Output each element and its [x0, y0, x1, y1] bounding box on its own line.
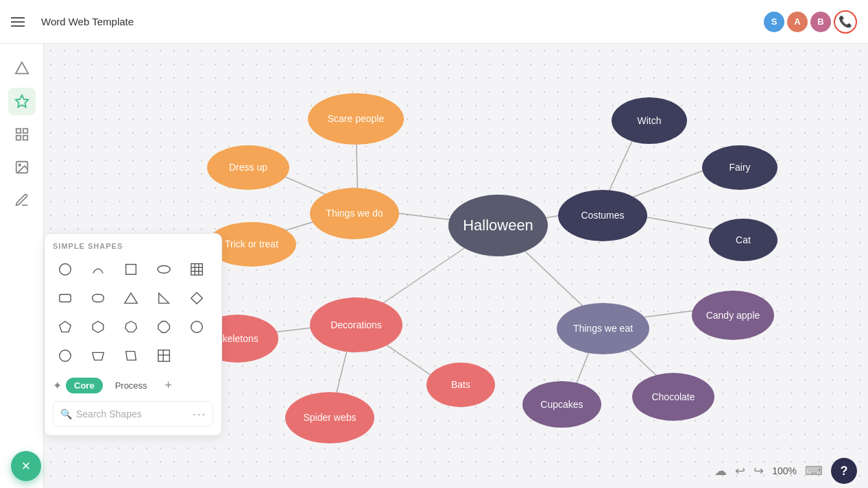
- node-things-we-do[interactable]: Things we do: [310, 188, 399, 239]
- shape-rounded-rect2[interactable]: [86, 286, 110, 310]
- shapes-search-bar[interactable]: 🔍 Search Shapes ⋯: [53, 401, 213, 427]
- avatar-b[interactable]: B: [810, 12, 831, 32]
- fab-button[interactable]: ×: [11, 451, 41, 481]
- avatar-group: S A B 📞: [764, 10, 857, 34]
- shape-tabs: ✦ Core Process +: [53, 376, 213, 394]
- svg-point-9: [158, 266, 170, 273]
- shape-right-triangle[interactable]: [152, 286, 176, 310]
- shape-grid2[interactable]: [152, 343, 176, 368]
- svg-rect-8: [126, 265, 136, 275]
- search-left: 🔍 Search Shapes: [60, 408, 142, 419]
- shape-pentagon[interactable]: [53, 315, 77, 339]
- node-witch[interactable]: Witch: [612, 97, 687, 144]
- node-cupcakes[interactable]: Cupcakes: [522, 381, 601, 428]
- node-fairy[interactable]: Fairy: [702, 145, 777, 190]
- tool-draw[interactable]: [8, 186, 36, 214]
- svg-rect-10: [191, 264, 203, 276]
- tool-shapes[interactable]: [8, 55, 36, 82]
- svg-point-24: [191, 321, 203, 333]
- tab-core[interactable]: Core: [66, 378, 103, 393]
- svg-rect-4: [23, 136, 27, 140]
- svg-marker-17: [125, 293, 137, 304]
- shape-octagon[interactable]: [152, 315, 176, 339]
- node-costumes[interactable]: Costumes: [558, 190, 647, 241]
- svg-rect-2: [23, 129, 27, 133]
- svg-point-6: [19, 164, 21, 166]
- cloud-icon[interactable]: ☁: [714, 463, 727, 478]
- topbar: Word Web Template S A B 📞: [0, 0, 868, 44]
- svg-marker-23: [158, 321, 170, 333]
- avatar-a[interactable]: A: [787, 12, 808, 32]
- document-title: Word Web Template: [41, 16, 753, 27]
- zoom-level: 100%: [772, 465, 797, 476]
- shapes-panel: SIMPLE SHAPES ✦ Core Process + 🔍: [44, 233, 222, 436]
- shape-diamond[interactable]: [184, 286, 209, 310]
- undo-icon[interactable]: ↩: [735, 463, 745, 478]
- help-button[interactable]: ?: [831, 458, 857, 484]
- shape-table[interactable]: [184, 257, 209, 282]
- svg-rect-1: [16, 129, 20, 133]
- node-halloween[interactable]: Halloween: [448, 195, 548, 256]
- svg-rect-3: [16, 136, 20, 140]
- svg-marker-27: [126, 352, 136, 361]
- shape-circle[interactable]: [53, 257, 77, 282]
- node-candy-apple[interactable]: Candy apple: [692, 291, 774, 340]
- svg-rect-16: [93, 295, 104, 302]
- svg-point-25: [60, 350, 71, 362]
- shapes-section-title: SIMPLE SHAPES: [53, 242, 213, 250]
- menu-button[interactable]: [11, 17, 25, 27]
- shape-arc[interactable]: [86, 257, 110, 282]
- shape-ellipse[interactable]: [152, 257, 176, 282]
- call-button[interactable]: 📞: [834, 10, 857, 34]
- search-input[interactable]: Search Shapes: [76, 408, 142, 419]
- svg-marker-20: [60, 321, 71, 332]
- add-tab-button[interactable]: +: [160, 376, 178, 394]
- svg-rect-15: [60, 295, 71, 302]
- shapes-grid: [53, 257, 213, 368]
- svg-marker-26: [93, 352, 104, 360]
- fab-icon: ×: [22, 457, 31, 475]
- keyboard-icon[interactable]: ⌨: [805, 463, 823, 478]
- star-icon: ✦: [53, 379, 62, 392]
- shape-heptagon[interactable]: [119, 315, 143, 339]
- svg-rect-28: [158, 350, 170, 362]
- shape-rounded-rect[interactable]: [53, 286, 77, 310]
- node-chocolate[interactable]: Chocolate: [632, 373, 714, 421]
- svg-marker-21: [93, 321, 104, 333]
- redo-icon[interactable]: ↪: [754, 463, 764, 478]
- node-scare-people[interactable]: Scare people: [308, 93, 404, 145]
- left-toolbar: [0, 44, 44, 488]
- svg-marker-0: [15, 62, 27, 74]
- more-options-icon[interactable]: ⋯: [192, 406, 206, 422]
- tool-grid[interactable]: [8, 121, 36, 148]
- svg-marker-19: [191, 293, 203, 304]
- svg-marker-22: [125, 321, 137, 332]
- shape-parallelogram[interactable]: [119, 343, 143, 368]
- svg-marker-18: [159, 293, 169, 304]
- shape-hexagon[interactable]: [86, 315, 110, 339]
- node-spider-webs[interactable]: Spider webs: [285, 392, 374, 443]
- node-dress-up[interactable]: Dress up: [207, 145, 289, 190]
- node-things-we-eat[interactable]: Things we eat: [557, 303, 649, 354]
- tool-elements[interactable]: [8, 88, 36, 115]
- bottom-bar: ☁ ↩ ↪ 100% ⌨ ?: [662, 454, 868, 488]
- shape-trapezoid[interactable]: [86, 343, 110, 368]
- svg-point-7: [60, 264, 71, 276]
- avatar-s[interactable]: S: [764, 12, 784, 32]
- shape-circle2[interactable]: [184, 315, 209, 339]
- node-bats[interactable]: Bats: [426, 363, 495, 407]
- shape-square[interactable]: [119, 257, 143, 282]
- shape-circle3[interactable]: [53, 343, 77, 368]
- tab-process[interactable]: Process: [107, 378, 156, 393]
- tool-image[interactable]: [8, 154, 36, 181]
- node-cat[interactable]: Cat: [709, 219, 777, 261]
- search-icon: 🔍: [60, 408, 72, 419]
- node-decorations[interactable]: Decorations: [310, 297, 402, 352]
- shape-triangle[interactable]: [119, 286, 143, 310]
